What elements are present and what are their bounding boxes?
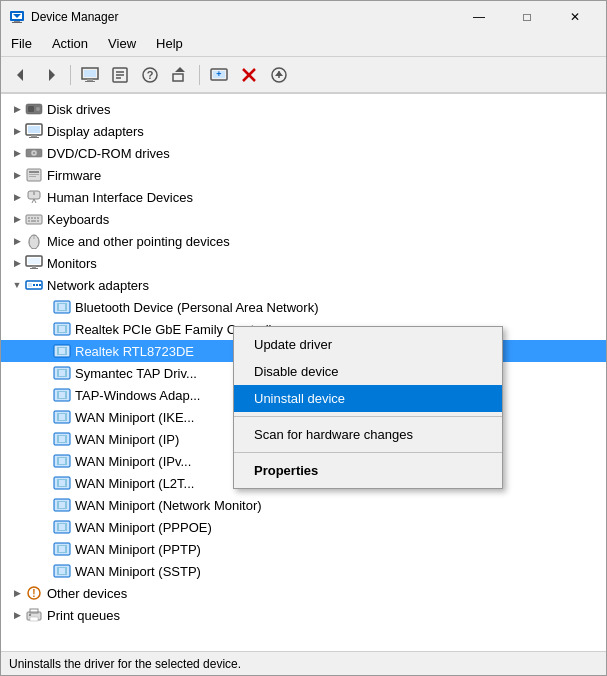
svg-rect-63 [36, 284, 38, 286]
svg-rect-49 [37, 217, 39, 219]
svg-rect-94 [59, 502, 65, 508]
context-scan-hardware[interactable]: Scan for hardware changes [234, 421, 502, 448]
close-button[interactable]: ✕ [552, 3, 598, 31]
svg-rect-38 [29, 171, 39, 173]
expand-arrow-keyboards: ▶ [9, 211, 25, 227]
wan-network-monitor-label: WAN Miniport (Network Monitor) [75, 498, 262, 513]
separator-2 [199, 65, 200, 85]
svg-rect-62 [33, 284, 35, 286]
menu-action[interactable]: Action [42, 33, 98, 56]
window-title: Device Manager [31, 10, 456, 24]
svg-rect-46 [28, 217, 30, 219]
wan-l2t-icon [53, 474, 71, 492]
tree-item-wan-pptp[interactable]: ▶ WAN Miniport (PPTP) [1, 538, 606, 560]
context-properties[interactable]: Properties [234, 457, 502, 484]
wan-ip-label: WAN Miniport (IP) [75, 432, 179, 447]
symantec-icon [53, 364, 71, 382]
svg-rect-9 [87, 79, 93, 81]
menu-file[interactable]: File [1, 33, 42, 56]
wan-pppoe-icon [53, 518, 71, 536]
back-button[interactable] [7, 62, 35, 88]
scan-hardware-label: Scan for hardware changes [254, 427, 413, 442]
expand-arrow-other: ▶ [9, 585, 25, 601]
keyboards-label: Keyboards [47, 212, 109, 227]
hid-label: Human Interface Devices [47, 190, 193, 205]
other-devices-icon: ! [25, 584, 43, 602]
svg-rect-79 [59, 392, 65, 398]
tree-item-hid[interactable]: ▶ Human Interface Devices [1, 186, 606, 208]
update-button[interactable] [166, 62, 194, 88]
tree-item-other-devices[interactable]: ▶ ! Other devices [1, 582, 606, 604]
tree-item-network-adapters[interactable]: ▼ Network adapters [1, 274, 606, 296]
svg-rect-32 [31, 135, 37, 137]
properties-button[interactable] [106, 62, 134, 88]
tree-item-bluetooth[interactable]: ▶ Bluetooth Device (Personal Area Networ… [1, 296, 606, 318]
svg-rect-67 [59, 304, 65, 310]
context-update-driver[interactable]: Update driver [234, 331, 502, 358]
tree-item-display-adapters[interactable]: ▶ Display adapters [1, 120, 606, 142]
svg-rect-51 [31, 220, 36, 222]
tree-item-wan-sstp[interactable]: ▶ WAN Miniport (SSTP) [1, 560, 606, 582]
svg-point-29 [36, 107, 40, 111]
hid-icon [25, 188, 43, 206]
tree-item-dvd[interactable]: ▶ DVD/CD-ROM drives [1, 142, 606, 164]
separator-1 [70, 65, 71, 85]
tree-item-firmware[interactable]: ▶ Firmware [1, 164, 606, 186]
expand-arrow-disk: ▶ [9, 101, 25, 117]
wan-ipv-label: WAN Miniport (IPv... [75, 454, 191, 469]
svg-rect-47 [31, 217, 33, 219]
svg-rect-70 [59, 326, 65, 332]
tree-item-print-queues[interactable]: ▶ Print queues [1, 604, 606, 626]
keyboards-icon [25, 210, 43, 228]
svg-rect-88 [59, 458, 65, 464]
help-button[interactable]: ? [136, 62, 164, 88]
tree-item-wan-pppoe[interactable]: ▶ WAN Miniport (PPPOE) [1, 516, 606, 538]
disk-drives-label: Disk drives [47, 102, 111, 117]
expand-arrow-monitors: ▶ [9, 255, 25, 271]
realtek-rtl-icon [53, 342, 71, 360]
svg-rect-103 [59, 568, 65, 574]
expand-arrow-dvd: ▶ [9, 145, 25, 161]
realtek-rtl-label: Realtek RTL8723DE [75, 344, 194, 359]
firmware-label: Firmware [47, 168, 101, 183]
maximize-button[interactable]: □ [504, 3, 550, 31]
context-disable-device[interactable]: Disable device [234, 358, 502, 385]
svg-rect-28 [28, 106, 34, 112]
wan-ike-icon [53, 408, 71, 426]
add-device-button[interactable]: + [205, 62, 233, 88]
svg-rect-97 [59, 524, 65, 530]
wan-pppoe-label: WAN Miniport (PPPOE) [75, 520, 212, 535]
expand-arrow-firmware: ▶ [9, 167, 25, 183]
menu-view[interactable]: View [98, 33, 146, 56]
svg-rect-73 [59, 348, 65, 354]
tree-item-mice[interactable]: ▶ Mice and other pointing devices [1, 230, 606, 252]
minimize-button[interactable]: — [456, 3, 502, 31]
context-menu: Update driver Disable device Uninstall d… [233, 326, 503, 489]
svg-rect-33 [29, 137, 39, 138]
bluetooth-icon [53, 298, 71, 316]
download-button[interactable] [265, 62, 293, 88]
menu-bar: File Action View Help [1, 33, 606, 57]
status-text: Uninstalls the driver for the selected d… [9, 657, 241, 671]
svg-rect-3 [12, 22, 22, 23]
disk-drives-icon [25, 100, 43, 118]
tree-item-monitors[interactable]: ▶ Monitors [1, 252, 606, 274]
wan-pptp-label: WAN Miniport (PPTP) [75, 542, 201, 557]
forward-button[interactable] [37, 62, 65, 88]
tree-item-disk-drives[interactable]: ▶ Disk drives [1, 98, 606, 120]
context-uninstall-device[interactable]: Uninstall device [234, 385, 502, 412]
tree-item-wan-network-monitor[interactable]: ▶ WAN Miniport (Network Monitor) [1, 494, 606, 516]
remove-button[interactable] [235, 62, 263, 88]
bluetooth-label: Bluetooth Device (Personal Area Network) [75, 300, 319, 315]
computer-button[interactable] [76, 62, 104, 88]
svg-point-36 [33, 152, 35, 154]
svg-rect-42 [33, 191, 35, 195]
app-icon [9, 9, 25, 25]
menu-help[interactable]: Help [146, 33, 193, 56]
svg-rect-45 [26, 215, 42, 224]
tree-item-keyboards[interactable]: ▶ Keyboards [1, 208, 606, 230]
display-adapters-label: Display adapters [47, 124, 144, 139]
realtek-gbe-icon [53, 320, 71, 338]
print-queues-icon [25, 606, 43, 624]
print-queues-label: Print queues [47, 608, 120, 623]
